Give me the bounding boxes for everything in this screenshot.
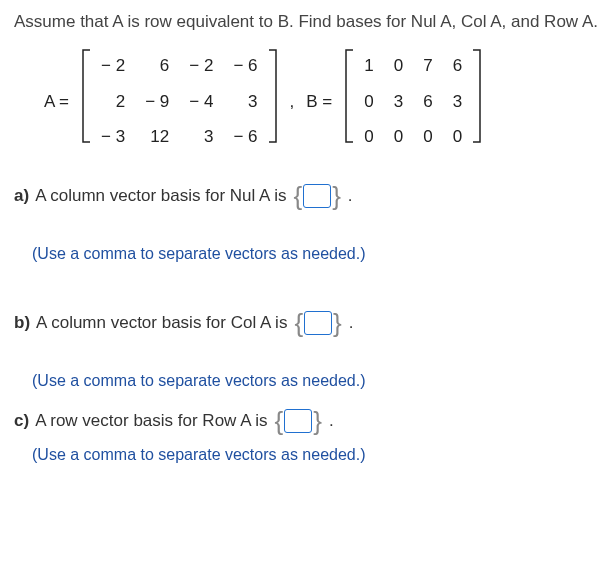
answer-input-c[interactable] — [284, 409, 312, 433]
cell: 7 — [413, 48, 442, 84]
cell: 6 — [413, 84, 442, 120]
answer-blank-b[interactable]: { } — [293, 310, 342, 336]
left-bracket-icon — [344, 48, 354, 144]
cell: 3 — [384, 84, 413, 120]
cell: 0 — [384, 48, 413, 84]
part-label-c: c) — [14, 409, 29, 433]
period: . — [349, 311, 354, 335]
cell: 0 — [354, 84, 383, 120]
question-a: a) A column vector basis for Nul A is { … — [14, 183, 602, 209]
cell: − 9 — [135, 84, 179, 120]
hint-b: (Use a comma to separate vectors as need… — [32, 370, 602, 392]
cell: 12 — [135, 119, 179, 155]
matrix-a-label: A = — [44, 90, 69, 114]
matrix-b-label: B = — [306, 90, 332, 114]
right-brace-icon: } — [312, 408, 323, 434]
cell: 0 — [413, 119, 442, 155]
question-c: c) A row vector basis for Row A is { } . — [14, 408, 602, 434]
question-c-text: A row vector basis for Row A is — [35, 409, 267, 433]
answer-blank-a[interactable]: { } — [292, 183, 341, 209]
cell: 3 — [223, 84, 267, 120]
cell: − 6 — [223, 48, 267, 84]
matrix-equation: A = − 26− 2− 6 2− 9− 43 − 3123− 6 , B = … — [44, 48, 602, 155]
period: . — [329, 409, 334, 433]
cell: 3 — [443, 84, 472, 120]
cell: − 6 — [223, 119, 267, 155]
question-b-text: A column vector basis for Col A is — [36, 311, 287, 335]
question-a-text: A column vector basis for Nul A is — [35, 184, 286, 208]
left-brace-icon: { — [293, 310, 304, 336]
cell: 2 — [91, 84, 135, 120]
period: . — [348, 184, 353, 208]
right-brace-icon: } — [332, 310, 343, 336]
right-brace-icon: } — [331, 183, 342, 209]
cell: 6 — [135, 48, 179, 84]
left-brace-icon: { — [274, 408, 285, 434]
cell: 1 — [354, 48, 383, 84]
hint-a: (Use a comma to separate vectors as need… — [32, 243, 602, 265]
cell: 0 — [384, 119, 413, 155]
cell: − 3 — [91, 119, 135, 155]
cell: − 2 — [179, 48, 223, 84]
answer-input-b[interactable] — [304, 311, 332, 335]
cell: 6 — [443, 48, 472, 84]
question-b: b) A column vector basis for Col A is { … — [14, 310, 602, 336]
hint-c: (Use a comma to separate vectors as need… — [32, 444, 602, 466]
answer-input-a[interactable] — [303, 184, 331, 208]
right-bracket-icon — [472, 48, 482, 144]
answer-blank-c[interactable]: { } — [274, 408, 323, 434]
matrix-a: − 26− 2− 6 2− 9− 43 − 3123− 6 — [81, 48, 277, 155]
part-label-b: b) — [14, 311, 30, 335]
intro-text: Assume that A is row equivalent to B. Fi… — [14, 10, 602, 34]
cell: 0 — [354, 119, 383, 155]
left-bracket-icon — [81, 48, 91, 144]
part-label-a: a) — [14, 184, 29, 208]
comma: , — [290, 90, 295, 114]
cell: − 2 — [91, 48, 135, 84]
cell: 3 — [179, 119, 223, 155]
right-bracket-icon — [268, 48, 278, 144]
cell: 0 — [443, 119, 472, 155]
cell: − 4 — [179, 84, 223, 120]
matrix-b: 1076 0363 0000 — [344, 48, 482, 155]
left-brace-icon: { — [292, 183, 303, 209]
